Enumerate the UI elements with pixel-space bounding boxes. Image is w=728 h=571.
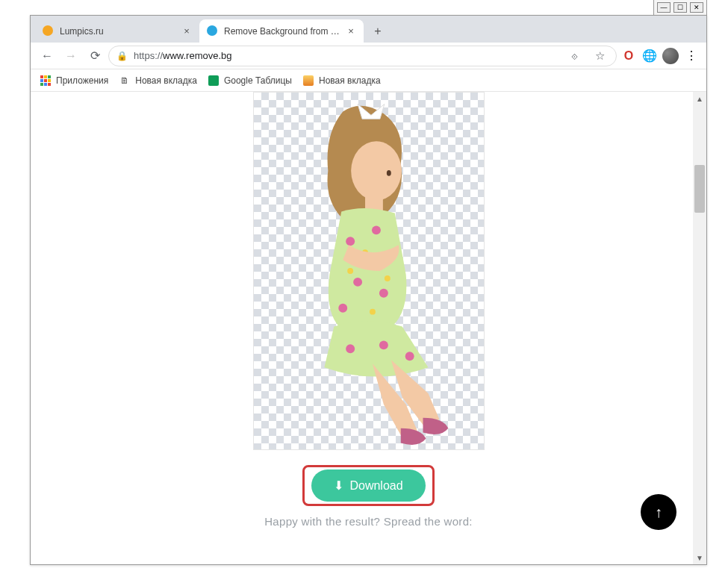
- viewport: ⬇ Download Happy with the result? Spread…: [31, 92, 706, 564]
- share-caption: Happy with the result? Spread the word:: [264, 515, 473, 528]
- address-bar[interactable]: 🔒 https://www.remove.bg ⟐ ☆: [108, 46, 617, 66]
- vertical-scrollbar[interactable]: ▲ ▼: [693, 92, 706, 564]
- scroll-to-top-fab[interactable]: ↑: [641, 494, 676, 530]
- download-icon: ⬇: [334, 478, 343, 493]
- tab-lumpics[interactable]: Lumpics.ru ×: [35, 19, 199, 43]
- cutout-svg: [254, 93, 484, 449]
- window-controls: — ☐ ✕: [653, 0, 707, 15]
- svg-point-15: [353, 278, 362, 287]
- picture-icon: [302, 75, 314, 87]
- svg-rect-2: [48, 75, 51, 78]
- result-image-transparent: [253, 92, 485, 450]
- star-icon[interactable]: ☆: [591, 47, 609, 65]
- download-label: Download: [349, 479, 402, 493]
- bookmark-new-tab-2[interactable]: Новая вкладка: [302, 75, 381, 87]
- opera-extension-icon[interactable]: O: [620, 47, 638, 65]
- close-icon[interactable]: ×: [346, 26, 356, 37]
- tab-strip: Lumpics.ru × Remove Background from Imag…: [31, 16, 706, 43]
- svg-point-10: [386, 170, 391, 176]
- globe-icon[interactable]: 🌐: [641, 47, 659, 65]
- new-tab-button[interactable]: +: [368, 22, 388, 41]
- scroll-up-button[interactable]: ▲: [693, 92, 706, 105]
- close-icon[interactable]: ×: [181, 26, 192, 37]
- apps-icon: [40, 75, 52, 87]
- svg-point-16: [379, 289, 388, 298]
- page-content: ⬇ Download Happy with the result? Spread…: [31, 92, 706, 564]
- lock-icon: 🔒: [116, 51, 128, 61]
- browser-toolbar: ← → ⟳ 🔒 https://www.remove.bg ⟐ ☆ O 🌐 ⋮: [31, 43, 706, 69]
- window-maximize-button[interactable]: ☐: [673, 2, 687, 13]
- scroll-down-button[interactable]: ▼: [693, 551, 706, 564]
- menu-button[interactable]: ⋮: [682, 47, 700, 65]
- browser-window: Lumpics.ru × Remove Background from Imag…: [30, 15, 707, 565]
- bookmark-label: Новая вкладка: [319, 75, 381, 86]
- window-minimize-button[interactable]: —: [657, 2, 671, 13]
- svg-point-20: [347, 268, 353, 274]
- sheets-icon: [208, 75, 220, 87]
- svg-rect-1: [44, 75, 47, 78]
- page-icon: 🗎: [119, 75, 131, 87]
- tab-title: Remove Background from Image: [224, 26, 340, 37]
- scroll-thumb[interactable]: [694, 165, 705, 213]
- tab-removebg[interactable]: Remove Background from Image ×: [199, 19, 364, 43]
- bookmark-apps[interactable]: Приложения: [40, 75, 108, 87]
- favicon-icon: [43, 25, 55, 37]
- tab-title: Lumpics.ru: [60, 26, 176, 37]
- profile-avatar[interactable]: [662, 47, 679, 65]
- svg-rect-6: [40, 83, 43, 86]
- translate-icon[interactable]: ⟐: [565, 47, 583, 65]
- bookmark-label: Новая вкладка: [135, 75, 197, 86]
- svg-rect-7: [44, 83, 47, 86]
- bookmark-google-sheets[interactable]: Google Таблицы: [208, 75, 292, 87]
- bookmarks-bar: Приложения 🗎 Новая вкладка Google Таблиц…: [31, 69, 706, 92]
- download-button[interactable]: ⬇ Download: [311, 469, 425, 502]
- avatar: [662, 48, 679, 64]
- bookmark-label: Google Таблицы: [224, 75, 292, 86]
- download-highlight: ⬇ Download: [311, 469, 425, 502]
- svg-point-17: [338, 304, 347, 313]
- scroll-track[interactable]: [693, 105, 706, 551]
- svg-point-23: [379, 340, 388, 349]
- bookmark-label: Приложения: [56, 75, 108, 86]
- url-text: https://www.remove.bg: [134, 50, 232, 61]
- svg-point-9: [351, 141, 402, 200]
- svg-rect-5: [48, 79, 51, 82]
- bookmark-new-tab-1[interactable]: 🗎 Новая вкладка: [119, 75, 197, 87]
- svg-rect-0: [40, 75, 43, 78]
- svg-point-19: [384, 275, 390, 281]
- svg-rect-8: [48, 83, 51, 86]
- svg-point-21: [369, 309, 375, 315]
- svg-point-12: [346, 237, 355, 246]
- favicon-icon: [207, 25, 219, 37]
- svg-point-24: [405, 352, 414, 361]
- reload-button[interactable]: ⟳: [84, 46, 105, 66]
- svg-point-22: [346, 344, 355, 353]
- back-button[interactable]: ←: [37, 46, 57, 66]
- svg-point-13: [371, 225, 380, 234]
- window-close-button[interactable]: ✕: [690, 2, 703, 13]
- svg-rect-4: [44, 79, 47, 82]
- forward-button[interactable]: →: [60, 46, 81, 66]
- svg-rect-3: [40, 79, 43, 82]
